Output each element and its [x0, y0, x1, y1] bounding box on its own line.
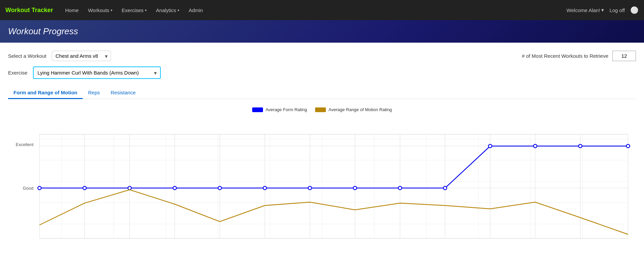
legend-rom-rating: Average Range of Motion Rating: [315, 107, 392, 112]
page-header: Workout Progress: [0, 20, 644, 43]
top-form-row: Select a Workout Chest and Arms v8 # of …: [8, 51, 636, 61]
chart-legend: Average Form Rating Average Range of Mot…: [8, 107, 636, 112]
legend-rom-label: Average Range of Motion Rating: [329, 107, 392, 112]
logoff-link[interactable]: Log off: [609, 7, 625, 13]
exercise-label: Exercise: [8, 70, 28, 76]
nav-right: Welcome Alan! ▾ Log off ⚪: [567, 6, 639, 14]
workout-select[interactable]: Chest and Arms v8: [52, 51, 111, 61]
form-point-1: [83, 186, 86, 190]
content-area: Select a Workout Chest and Arms v8 # of …: [0, 43, 644, 255]
form-point-10: [489, 144, 492, 148]
nav-home[interactable]: Home: [61, 5, 83, 16]
form-point-4: [218, 186, 222, 190]
tab-form-range[interactable]: Form and Range of Motion: [8, 87, 83, 99]
nav-admin[interactable]: Admin: [185, 5, 207, 16]
form-point-0: [38, 186, 41, 190]
welcome-chevron-icon: ▾: [601, 7, 604, 13]
form-point-3: [173, 186, 177, 190]
svg-rect-0: [40, 134, 628, 238]
form-point-13: [627, 144, 630, 148]
chart-container: Average Form Rating Average Range of Mot…: [8, 107, 636, 246]
form-point-7: [353, 186, 357, 190]
form-point-12: [579, 144, 582, 148]
workouts-chevron-icon: ▾: [111, 8, 112, 12]
form-point-9: [444, 186, 447, 190]
nav-links: Home Workouts ▾ Exercises ▾ Analytics ▾ …: [61, 5, 567, 16]
tabs-container: Form and Range of Motion Reps Resistance: [8, 87, 636, 99]
chart-svg-wrapper: Excellent Good: [8, 118, 636, 246]
y-label-excellent: Excellent: [16, 142, 34, 147]
nav-brand[interactable]: Workout Tracker: [5, 7, 53, 14]
tab-resistance[interactable]: Resistance: [105, 87, 141, 99]
form-point-2: [128, 186, 131, 190]
legend-form-label: Average Form Rating: [266, 107, 307, 112]
chart-svg: Excellent Good: [8, 118, 636, 245]
form-point-6: [308, 186, 312, 190]
welcome-user[interactable]: Welcome Alan! ▾: [567, 7, 604, 13]
legend-form-rating: Average Form Rating: [252, 107, 307, 112]
recent-label: # of Most Recent Workouts to Retrieve: [522, 53, 608, 59]
workout-select-wrapper: Chest and Arms v8: [52, 51, 111, 61]
nav-exercises[interactable]: Exercises ▾: [118, 5, 151, 16]
tab-reps[interactable]: Reps: [83, 87, 105, 99]
exercise-select-wrapper: Lying Hammer Curl With Bands (Arms Down): [33, 66, 161, 79]
analytics-chevron-icon: ▾: [178, 8, 179, 12]
y-label-good: Good: [23, 186, 34, 191]
form-point-8: [399, 186, 402, 190]
legend-blue-swatch: [252, 107, 263, 112]
page-title: Workout Progress: [8, 26, 636, 37]
nav-analytics[interactable]: Analytics ▾: [152, 5, 183, 16]
nav-workouts[interactable]: Workouts ▾: [84, 5, 116, 16]
github-icon[interactable]: ⚪: [630, 6, 639, 14]
form-point-5: [263, 186, 267, 190]
workout-label: Select a Workout: [8, 53, 46, 59]
recent-count-input[interactable]: [612, 51, 636, 61]
legend-gold-swatch: [315, 107, 326, 112]
exercise-form-row: Exercise Lying Hammer Curl With Bands (A…: [8, 66, 636, 79]
navbar: Workout Tracker Home Workouts ▾ Exercise…: [0, 0, 644, 20]
exercise-select[interactable]: Lying Hammer Curl With Bands (Arms Down): [33, 66, 161, 79]
exercises-chevron-icon: ▾: [145, 8, 147, 12]
form-point-11: [534, 144, 537, 148]
